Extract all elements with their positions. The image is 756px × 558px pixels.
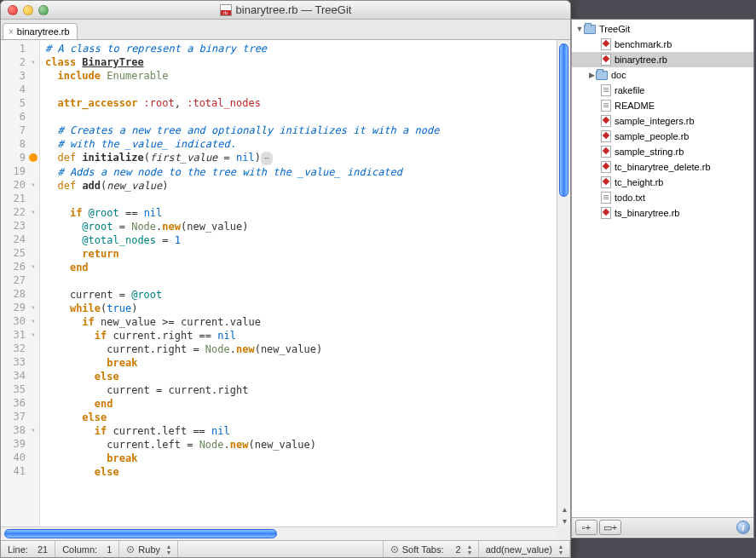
fold-icon[interactable]: ▾ bbox=[29, 208, 38, 216]
svg-point-3 bbox=[394, 549, 395, 550]
drawer-toolbar: ▫+ ▭+ i bbox=[572, 517, 753, 537]
updown-icon: ▴▾ bbox=[468, 544, 471, 555]
editor-area: 12▾3456789▾1920▾2122▾23242526▾272829▾30▾… bbox=[1, 40, 570, 526]
tree-label: binarytree.rb bbox=[615, 55, 667, 65]
fold-icon[interactable]: ▾ bbox=[29, 426, 38, 434]
disclosure-down-icon[interactable]: ▼ bbox=[575, 25, 584, 33]
editor-window: binarytree.rb — TreeGit × binarytree.rb … bbox=[0, 0, 571, 558]
ruby-file-icon bbox=[601, 176, 611, 188]
line-gutter[interactable]: 12▾3456789▾1920▾2122▾23242526▾272829▾30▾… bbox=[1, 40, 40, 526]
tree-item[interactable]: todo.txt bbox=[572, 190, 753, 205]
vertical-scrollbar[interactable]: ▴ ▾ bbox=[557, 40, 570, 526]
tree-label: sample_string.rb bbox=[615, 147, 684, 157]
gear-icon bbox=[390, 545, 399, 554]
text-file-icon bbox=[601, 192, 611, 204]
titlebar[interactable]: binarytree.rb — TreeGit bbox=[1, 1, 570, 20]
tree-label: doc bbox=[611, 70, 626, 80]
text-file-icon bbox=[601, 100, 611, 112]
ruby-file-icon bbox=[601, 115, 611, 127]
scrollbar-thumb[interactable] bbox=[4, 529, 277, 538]
tree-item[interactable]: tc_binarytree_delete.rb bbox=[572, 159, 753, 175]
fold-icon[interactable]: ▾ bbox=[29, 58, 38, 66]
new-folder-button[interactable]: ▭+ bbox=[599, 520, 621, 535]
status-spacer bbox=[178, 541, 384, 557]
ruby-file-icon bbox=[601, 130, 611, 142]
fold-icon[interactable]: ▾ bbox=[29, 262, 38, 271]
tree-label: TreeGit bbox=[599, 24, 630, 34]
file-tree[interactable]: ▼ TreeGit benchmark.rbbinarytree.rb▶docr… bbox=[572, 20, 753, 517]
disclosure-right-icon[interactable]: ▶ bbox=[587, 71, 596, 79]
tree-item[interactable]: ▶doc bbox=[572, 67, 753, 83]
tree-label: sample_people.rb bbox=[615, 131, 689, 141]
scroll-up-icon[interactable]: ▴ bbox=[560, 504, 568, 513]
tree-root[interactable]: ▼ TreeGit bbox=[572, 21, 753, 37]
tree-label: sample_integers.rb bbox=[615, 116, 695, 126]
status-scope[interactable]: add(new_value) ▴▾ bbox=[479, 541, 570, 557]
tree-item[interactable]: benchmark.rb bbox=[572, 37, 753, 52]
new-file-button[interactable]: ▫+ bbox=[575, 520, 597, 535]
minimize-window-button[interactable] bbox=[23, 5, 33, 15]
ruby-file-icon bbox=[601, 207, 611, 219]
folder-icon bbox=[596, 71, 608, 80]
status-bar: Line: 21 Column: 1 Ruby ▴▾ Soft Tabs: 2 … bbox=[1, 540, 570, 557]
code-editor[interactable]: # A class to represent a binary tree cla… bbox=[40, 40, 557, 526]
project-drawer: ▼ TreeGit benchmark.rbbinarytree.rb▶docr… bbox=[571, 19, 754, 538]
scrollbar-thumb[interactable] bbox=[559, 43, 568, 197]
horizontal-scrollbar[interactable] bbox=[1, 526, 557, 540]
tree-label: rakefile bbox=[615, 85, 644, 95]
tree-label: tc_height.rb bbox=[615, 177, 663, 187]
scroll-down-icon[interactable]: ▾ bbox=[560, 516, 568, 525]
ruby-file-icon bbox=[601, 38, 611, 50]
tab-bar: × binarytree.rb bbox=[1, 20, 570, 40]
tree-label: tc_binarytree_delete.rb bbox=[615, 162, 711, 172]
tree-item[interactable]: sample_integers.rb bbox=[572, 113, 753, 129]
tree-label: todo.txt bbox=[615, 193, 645, 203]
tab-close-icon[interactable]: × bbox=[9, 27, 14, 37]
tree-item[interactable]: tc_height.rb bbox=[572, 175, 753, 190]
status-column[interactable]: Column: 1 bbox=[55, 541, 119, 557]
info-button[interactable]: i bbox=[736, 521, 750, 534]
ruby-file-icon bbox=[601, 146, 611, 158]
status-language[interactable]: Ruby ▴▾ bbox=[119, 541, 178, 557]
gear-icon bbox=[126, 545, 135, 554]
status-line[interactable]: Line: 21 bbox=[1, 541, 55, 557]
close-window-button[interactable] bbox=[8, 5, 18, 15]
updown-icon: ▴▾ bbox=[167, 544, 170, 555]
folder-plus-icon: ▭ bbox=[603, 522, 612, 533]
fold-icon[interactable]: ▾ bbox=[29, 331, 38, 339]
zoom-window-button[interactable] bbox=[38, 5, 49, 15]
ruby-file-icon bbox=[601, 54, 611, 66]
tree-item[interactable]: sample_people.rb bbox=[572, 129, 753, 144]
ruby-file-icon bbox=[220, 4, 232, 16]
status-softtabs[interactable]: Soft Tabs: 2 ▴▾ bbox=[384, 541, 479, 557]
breakpoint-icon[interactable] bbox=[29, 153, 38, 162]
fold-icon[interactable]: ▾ bbox=[29, 181, 38, 189]
tree-label: benchmark.rb bbox=[615, 39, 672, 49]
tree-item[interactable]: rakefile bbox=[572, 83, 753, 98]
text-file-icon bbox=[601, 84, 611, 96]
folder-icon bbox=[584, 25, 596, 34]
fold-icon[interactable]: ▾ bbox=[29, 303, 38, 312]
tree-item[interactable]: binarytree.rb bbox=[572, 52, 753, 67]
svg-point-1 bbox=[130, 549, 131, 550]
tree-item[interactable]: sample_string.rb bbox=[572, 144, 753, 159]
fold-icon[interactable]: ▾ bbox=[29, 317, 38, 325]
tree-label: README bbox=[615, 101, 655, 111]
tab-binarytree[interactable]: × binarytree.rb bbox=[3, 23, 78, 39]
tab-label: binarytree.rb bbox=[17, 26, 70, 37]
tree-item[interactable]: README bbox=[572, 98, 753, 113]
window-title: binarytree.rb — TreeGit bbox=[1, 3, 570, 16]
tree-item[interactable]: ts_binarytree.rb bbox=[572, 205, 753, 221]
tree-label: ts_binarytree.rb bbox=[615, 208, 679, 218]
updown-icon: ▴▾ bbox=[559, 544, 563, 555]
ruby-file-icon bbox=[601, 161, 611, 173]
